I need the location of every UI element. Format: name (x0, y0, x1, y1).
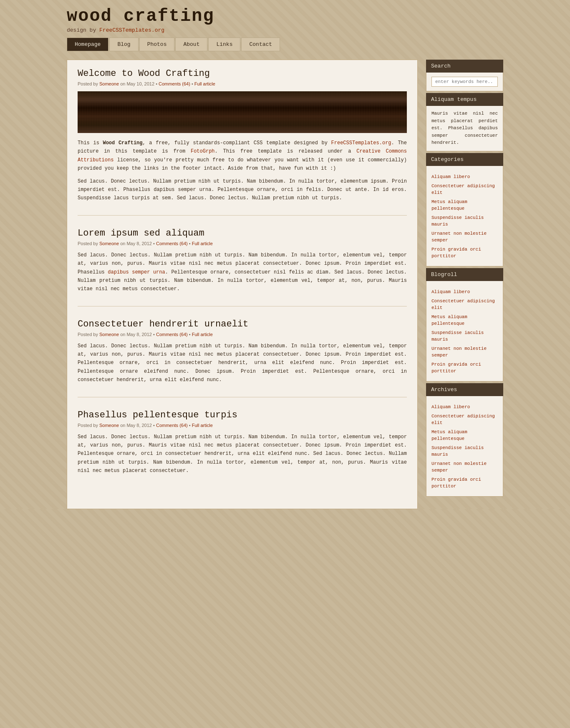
aliquam-tempus-text: Mauris vitae nisl nec metus placerat per… (431, 110, 498, 147)
nav-item-blog[interactable]: Blog (109, 38, 138, 51)
archives-widget: Archives Aliquam liberoConsectetuer adip… (426, 383, 503, 497)
search-widget-title: Search (426, 60, 503, 73)
sidebar-link[interactable]: Urnanet non molestie semper (431, 231, 487, 243)
sidebar-link[interactable]: Suspendisse iaculis mauris (431, 215, 484, 227)
sidebar-link[interactable]: Metus aliquam pellentesque (431, 314, 467, 326)
article-body2-1: Sed lacus. Donec lectus. Nullam pretium … (78, 177, 407, 203)
aliquam-tempus-widget: Aliquam tempus Mauris vitae nisl nec met… (426, 93, 503, 151)
list-item: Aliquam libero (431, 172, 498, 181)
article-comments-2[interactable]: Comments (64) (156, 241, 188, 246)
list-item: Suspendisse iaculis mauris (431, 213, 498, 228)
list-item: Urnanet non molestie semper (431, 344, 498, 359)
archives-list: Aliquam liberoConsectetuer adipiscing el… (431, 400, 498, 492)
sidebar-link[interactable]: Suspendisse iaculis mauris (431, 445, 484, 457)
article-body1-1: This is Wood Crafting, a free, fully sta… (78, 139, 407, 173)
sidebar-link[interactable]: Proin gravida orci porttitor (431, 247, 481, 259)
main-content: Welcome to Wood CraftingPosted by Someon… (67, 60, 418, 509)
categories-list: Aliquam liberoConsectetuer adipiscing el… (431, 170, 498, 262)
article-author-3[interactable]: Someone (99, 332, 119, 337)
list-item: Proin gravida orci porttitor (431, 244, 498, 260)
article-4: Phasellus pellentesque turpisPosted by S… (78, 410, 407, 488)
list-item: Metus aliquam pellentesque (431, 197, 498, 213)
list-item: Urnanet non molestie semper (431, 459, 498, 474)
article-title-1: Welcome to Wood Crafting (78, 68, 407, 79)
sidebar: Search Aliquam tempus Mauris vitae nisl … (426, 60, 503, 498)
search-widget: Search (426, 60, 503, 91)
article-body1-2: Sed lacus. Donec lectus. Nullam pretium … (78, 251, 407, 294)
main-nav: HomepageBlogPhotosAboutLinksContact (8, 38, 562, 51)
list-item: Metus aliquam pellentesque (431, 312, 498, 328)
article-image-1 (78, 91, 407, 133)
sidebar-link[interactable]: Metus aliquam pellentesque (431, 199, 467, 211)
blogroll-list: Aliquam liberoConsectetuer adipiscing el… (431, 285, 498, 377)
list-item: Aliquam libero (431, 402, 498, 411)
list-item: Suspendisse iaculis mauris (431, 443, 498, 459)
freecss-link[interactable]: FreeCSSTemplates.org (331, 140, 391, 146)
article-comments-4[interactable]: Comments (64) (156, 423, 188, 428)
nav-item-links[interactable]: Links (208, 38, 240, 51)
aliquam-tempus-title: Aliquam tempus (426, 93, 503, 106)
article-1: Welcome to Wood CraftingPosted by Someon… (78, 68, 407, 216)
list-item: Urnanet non molestie semper (431, 228, 498, 244)
list-item: Suspendisse iaculis mauris (431, 328, 498, 344)
article-meta-3: Posted by Someone on May 8, 2012 • Comme… (78, 332, 407, 337)
article-title-3: Consectetuer hendrerit urnaelit (78, 319, 407, 329)
article-full-3[interactable]: Full article (192, 332, 213, 337)
sidebar-link[interactable]: Urnanet non molestie semper (431, 346, 487, 358)
list-item: Proin gravida orci porttitor (431, 359, 498, 375)
article-comments-3[interactable]: Comments (64) (156, 332, 188, 337)
sidebar-link[interactable]: Consectetuer adipiscing elit (431, 414, 495, 425)
article-meta-1: Posted by Someone on May 10, 2012 • Comm… (78, 81, 407, 86)
sidebar-link[interactable]: Aliquam libero (431, 289, 470, 294)
sidebar-link[interactable]: Proin gravida orci porttitor (431, 362, 481, 374)
article-author-1[interactable]: Someone (99, 81, 119, 86)
dapibus-link[interactable]: dapibus semper urna (108, 269, 165, 275)
list-item: Proin gravida orci porttitor (431, 474, 498, 490)
blogroll-widget: Blogroll Aliquam liberoConsectetuer adip… (426, 268, 503, 382)
site-subtitle-link[interactable]: FreeCSSTemplates.org (99, 27, 164, 33)
cc-link[interactable]: Creative Commons Attributions (78, 148, 407, 163)
fotograph-link[interactable]: FotoGrph (191, 148, 215, 154)
site-title: wood crafting (67, 6, 503, 26)
article-title-2: Lorem ipsum sed aliquam (78, 228, 407, 238)
article-full-2[interactable]: Full article (192, 241, 213, 246)
article-meta-4: Posted by Someone on May 8, 2012 • Comme… (78, 423, 407, 428)
blogroll-title: Blogroll (426, 268, 503, 281)
article-body1-4: Sed lacus. Donec lectus. Nullam pretium … (78, 433, 407, 475)
sidebar-link[interactable]: Suspendisse iaculis mauris (431, 330, 484, 342)
list-item: Metus aliquam pellentesque (431, 427, 498, 443)
article-2: Lorem ipsum sed aliquamPosted by Someone… (78, 228, 407, 306)
nav-item-about[interactable]: About (175, 38, 207, 51)
list-item: Consectetuer adipiscing elit (431, 411, 498, 427)
list-item: Consectetuer adipiscing elit (431, 296, 498, 312)
categories-widget: Categories Aliquam liberoConsectetuer ad… (426, 153, 503, 266)
article-full-4[interactable]: Full article (192, 423, 213, 428)
sidebar-link[interactable]: Urnanet non molestie semper (431, 461, 487, 473)
nav-item-contact[interactable]: Contact (241, 38, 280, 51)
article-comments-1[interactable]: Comments (64) (159, 81, 190, 86)
article-meta-2: Posted by Someone on May 8, 2012 • Comme… (78, 241, 407, 246)
article-full-1[interactable]: Full article (194, 81, 215, 86)
list-item: Consectetuer adipiscing elit (431, 181, 498, 197)
nav-item-photos[interactable]: Photos (139, 38, 175, 51)
article-body1-3: Sed lacus. Donec lectus. Nullam pretium … (78, 342, 407, 384)
sidebar-link[interactable]: Consectetuer adipiscing elit (431, 183, 495, 195)
categories-title: Categories (426, 153, 503, 166)
sidebar-link[interactable]: Proin gravida orci porttitor (431, 477, 481, 489)
search-input[interactable] (431, 77, 498, 87)
nav-item-homepage[interactable]: Homepage (67, 38, 108, 51)
list-item: Aliquam libero (431, 287, 498, 296)
article-author-4[interactable]: Someone (99, 423, 119, 428)
sidebar-link[interactable]: Aliquam libero (431, 404, 470, 409)
article-title-4: Phasellus pellentesque turpis (78, 410, 407, 420)
sidebar-link[interactable]: Metus aliquam pellentesque (431, 429, 467, 441)
article-3: Consectetuer hendrerit urnaelitPosted by… (78, 319, 407, 397)
site-subtitle: design by FreeCSSTemplates.org (67, 27, 503, 33)
sidebar-link[interactable]: Consectetuer adipiscing elit (431, 299, 495, 310)
sidebar-link[interactable]: Aliquam libero (431, 174, 470, 179)
archives-title: Archives (426, 383, 503, 396)
article-author-2[interactable]: Someone (99, 241, 119, 246)
